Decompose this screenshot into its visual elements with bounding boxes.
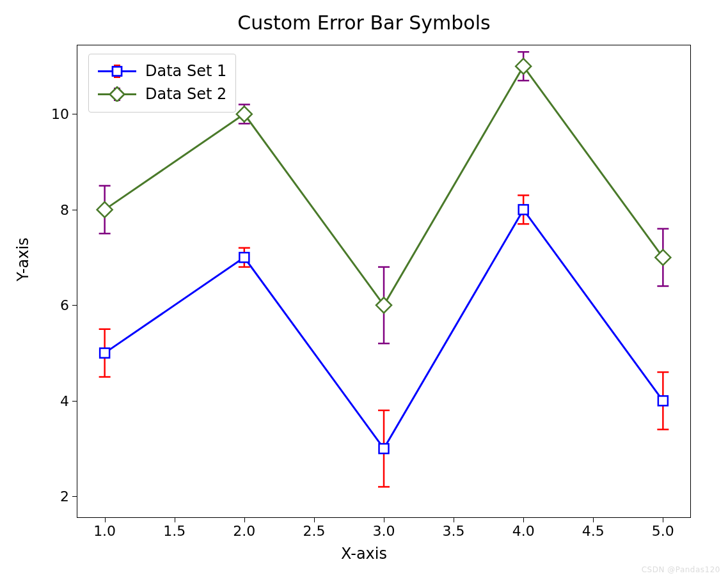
x-tick-label: 3.5 xyxy=(443,523,465,539)
y-axis-label: Y-axis xyxy=(14,237,32,281)
watermark: CSDN @Pandas120 xyxy=(642,565,720,574)
legend-label-1: Data Set 1 xyxy=(145,62,226,80)
x-tick-label: 4.0 xyxy=(512,523,535,539)
svg-rect-15 xyxy=(100,348,109,358)
x-tick-label: 1.0 xyxy=(93,523,116,539)
y-tick-mark xyxy=(72,114,77,114)
legend-label-2: Data Set 2 xyxy=(145,85,226,103)
x-tick-mark xyxy=(663,518,663,522)
svg-marker-38 xyxy=(516,59,531,74)
svg-marker-37 xyxy=(376,297,392,313)
x-axis-label: X-axis xyxy=(0,545,728,563)
svg-rect-19 xyxy=(658,396,668,405)
x-tick-mark xyxy=(175,518,175,522)
x-tick-mark xyxy=(454,518,454,522)
y-tick-label: 6 xyxy=(31,297,69,313)
svg-marker-36 xyxy=(237,106,252,121)
x-tick-label: 2.0 xyxy=(233,523,255,539)
svg-rect-18 xyxy=(519,205,528,214)
x-tick-mark xyxy=(593,518,594,522)
y-tick-mark xyxy=(72,305,77,306)
x-tick-mark xyxy=(105,518,106,522)
y-tick-mark xyxy=(72,210,77,210)
y-tick-label: 8 xyxy=(31,201,69,217)
x-tick-mark xyxy=(244,518,245,522)
legend-entry-2: Data Set 2 xyxy=(98,82,226,105)
y-tick-label: 10 xyxy=(31,106,69,122)
x-tick-label: 3.0 xyxy=(373,523,395,539)
legend-entry-1: Data Set 1 xyxy=(98,59,226,82)
chart-title: Custom Error Bar Symbols xyxy=(0,12,728,34)
svg-marker-39 xyxy=(655,250,670,265)
chart-container: Custom Error Bar Symbols 246810 1.01.52.… xyxy=(0,0,728,578)
svg-marker-35 xyxy=(97,202,113,217)
y-tick-mark xyxy=(72,401,77,402)
svg-rect-44 xyxy=(113,67,122,76)
plot-svg xyxy=(77,45,691,518)
x-tick-mark xyxy=(314,518,315,522)
y-tick-mark xyxy=(72,496,77,497)
x-tick-mark xyxy=(523,518,524,522)
svg-rect-17 xyxy=(379,444,389,453)
legend-sample-2 xyxy=(98,86,136,102)
svg-rect-16 xyxy=(239,253,249,262)
x-tick-mark xyxy=(384,518,384,522)
legend-sample-1 xyxy=(98,63,136,79)
x-tick-label: 1.5 xyxy=(163,523,186,539)
legend: Data Set 1 Data Set 2 xyxy=(88,54,236,113)
y-tick-label: 4 xyxy=(31,393,69,409)
x-tick-label: 4.5 xyxy=(582,523,605,539)
x-tick-label: 2.5 xyxy=(303,523,325,539)
svg-marker-49 xyxy=(110,87,125,102)
x-tick-label: 5.0 xyxy=(652,523,674,539)
y-tick-label: 2 xyxy=(31,488,69,504)
